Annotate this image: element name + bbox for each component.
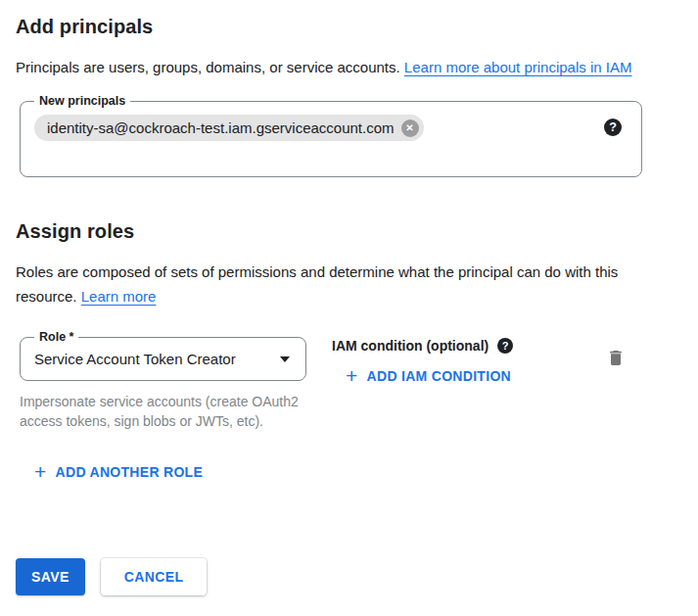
new-principals-help-icon[interactable]: ? [604,118,622,136]
learn-more-principals-link[interactable]: Learn more about principals in IAM [404,59,632,75]
principal-chip-text: identity-sa@cockroach-test.iam.gservicea… [47,119,395,136]
add-iam-condition-label: ADD IAM CONDITION [367,368,511,384]
cancel-button[interactable]: CANCEL [101,558,208,595]
delete-role-column [604,337,628,373]
remove-principal-icon[interactable]: ✕ [401,119,419,137]
add-another-role-label: ADD ANOTHER ROLE [56,464,204,480]
new-principals-label: New principals [34,93,130,110]
new-principals-field[interactable]: New principals identity-sa@cockroach-tes… [20,101,642,177]
page-title: Add principals [16,16,682,38]
plus-icon: + [346,368,358,384]
add-principals-panel: Add principals Principals are users, gro… [0,0,698,616]
role-label: Role * [34,329,78,346]
iam-condition-label: IAM condition (optional) [332,338,489,354]
role-selected-value: Service Account Token Creator [34,351,236,367]
learn-more-roles-link[interactable]: Learn more [81,288,157,305]
role-row: Role * Service Account Token Creator Imp… [16,337,682,431]
principals-description: Principals are users, groups, domains, o… [16,55,654,79]
role-helper-text: Impersonate service accounts (create OAu… [20,392,305,431]
iam-condition-help-icon[interactable]: ? [497,338,513,354]
principal-chip: identity-sa@cockroach-test.iam.gservicea… [34,115,424,141]
role-select[interactable]: Role * Service Account Token Creator [20,337,306,381]
add-iam-condition-button[interactable]: + ADD IAM CONDITION [346,368,511,384]
plus-icon: + [34,464,47,480]
role-column: Role * Service Account Token Creator Imp… [20,337,310,431]
trash-icon [606,348,626,368]
add-another-role-row: + ADD ANOTHER ROLE [34,464,682,483]
roles-description: Roles are composed of sets of permission… [16,260,654,308]
iam-condition-column: IAM condition (optional) ? + ADD IAM CON… [332,337,513,387]
add-another-role-button[interactable]: + ADD ANOTHER ROLE [34,464,203,480]
principals-description-text: Principals are users, groups, domains, o… [16,59,400,75]
assign-roles-title: Assign roles [16,220,682,243]
delete-role-button[interactable] [604,346,628,373]
dialog-actions: SAVE CANCEL [16,558,207,595]
save-button[interactable]: SAVE [16,558,85,595]
dropdown-arrow-icon [280,356,290,362]
